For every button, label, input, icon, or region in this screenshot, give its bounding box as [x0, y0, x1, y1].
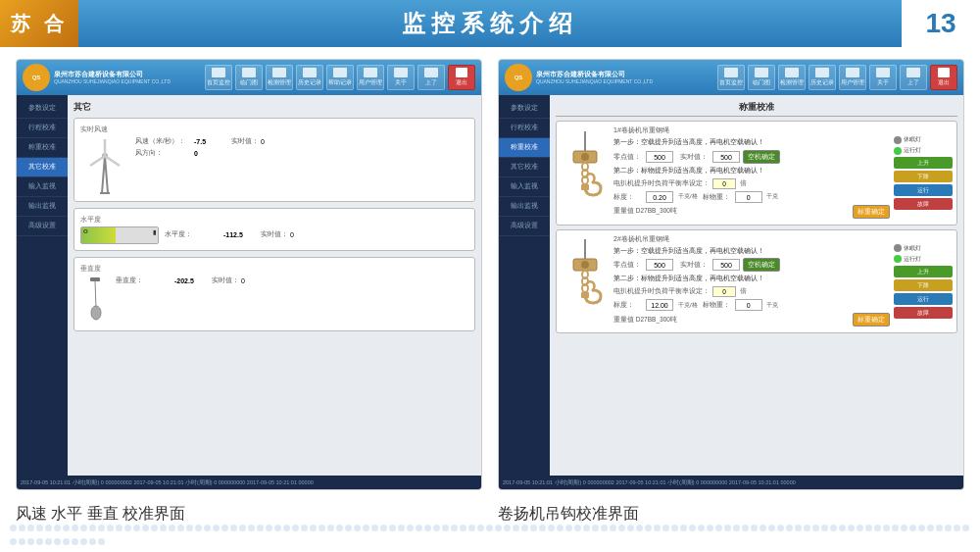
angle-title: 垂直度: [80, 264, 468, 274]
sidebar-weight[interactable]: 称重校准: [17, 138, 68, 158]
sidebar-other[interactable]: 其它校准: [17, 158, 68, 177]
r-sidebar-input[interactable]: 输入监视: [499, 177, 550, 197]
crane2-weight-val[interactable]: 12.00: [646, 299, 673, 311]
crane2-content: 2#卷扬机吊重钢绳 第一步：空载提升到适当高度，再电机空载确认！ 零点值： 50…: [613, 234, 890, 329]
right-panel-topbar: QS 泉州市苏合建桥设备有限公司 QUANZHOU SUHEJIANQIAO E…: [499, 60, 963, 95]
right-panel-body: 参数设定 行程校准 称重校准 其它校准 输入监视 输出监视 高级设置 称重校准: [499, 95, 963, 476]
nav-btn-6[interactable]: 用户管理: [357, 65, 384, 90]
r-sidebar-weight[interactable]: 称重校准: [499, 138, 550, 158]
r-sidebar-other[interactable]: 其它校准: [499, 158, 550, 177]
nav-btn-4[interactable]: 历史记录: [296, 65, 323, 90]
crane2-full-val[interactable]: 500: [712, 259, 740, 271]
r-nav-btn-7[interactable]: 上了: [900, 65, 927, 90]
sidebar-params[interactable]: 参数设定: [17, 99, 68, 119]
crane1-up-btn[interactable]: 上升: [894, 157, 953, 169]
water-level-value: -112.5: [223, 231, 253, 238]
left-panel: QS 泉州市苏合建桥设备有限公司 QUANZHOU SUHEJIANQIAO E…: [16, 59, 482, 490]
crane2-calibrate-btn[interactable]: 标重确定: [853, 313, 890, 326]
sidebar-output[interactable]: 输出监视: [17, 197, 68, 217]
crane1-title: 1#卷扬机吊重钢绳: [613, 125, 890, 135]
right-panel: QS 泉州市苏合建桥设备有限公司 QUANZHOU SUHEJIANQIAO E…: [498, 59, 964, 490]
r-nav-btn-1[interactable]: 首页监控: [717, 65, 745, 90]
r-sidebar-travel[interactable]: 行程校准: [499, 119, 550, 138]
wind-title: 实时风速: [80, 125, 468, 134]
crane2-section: 2#卷扬机吊重钢绳 第一步：空载提升到适当高度，再电机空载确认！ 零点值： 50…: [556, 229, 957, 334]
left-statusbar: 2017-09-05 10:21:01 小时(周期) 0 000000002 2…: [17, 476, 481, 489]
crane1-hook-image: [561, 125, 610, 221]
svg-line-5: [90, 156, 105, 166]
left-nav-icons: 首页监控 临门图 检测管理 历史记录 帮助记录: [205, 65, 475, 90]
r-nav-btn-5[interactable]: 用户管理: [839, 65, 866, 90]
svg-rect-23: [581, 292, 589, 298]
crane1-full-val[interactable]: 500: [712, 151, 740, 163]
crane2-calib-val[interactable]: 0: [735, 299, 762, 311]
left-panel-body: 参数设定 行程校准 称重校准 其它校准 输入监视 输出监视 高级设置 其它 实时…: [17, 95, 481, 476]
wind-speed-label: 风速（米/秒）：: [135, 136, 194, 146]
wind-section: 实时风速: [74, 118, 475, 202]
r-nav-btn-exit[interactable]: 退出: [930, 65, 957, 90]
page-title: 监控系统介绍: [78, 8, 902, 39]
crane2-zero-val[interactable]: 500: [646, 259, 673, 271]
svg-line-6: [105, 156, 120, 166]
svg-rect-9: [90, 277, 100, 281]
crane1-calibrate-btn[interactable]: 标重确定: [853, 205, 890, 219]
crane1-calib-val[interactable]: 0: [735, 191, 762, 203]
left-main-area: 其它 实时风速: [68, 95, 481, 476]
wind-data: 风速（米/秒）： -7.5 实时值： 0 风方向： 0: [135, 136, 468, 160]
crane2-up-btn[interactable]: 上升: [894, 266, 953, 277]
r-sidebar-output[interactable]: 输出监视: [499, 197, 550, 217]
r-nav-btn-2[interactable]: 临门图: [748, 65, 775, 90]
crane2-weight-row: 标度： 12.00 千克/格 标物重： 0 千克: [613, 299, 890, 311]
crane2-motor-row: 电扒机提升时负荷平衡率设定： 0 倍: [613, 286, 890, 297]
svg-line-1: [105, 156, 108, 193]
nav-btn-3[interactable]: 检测管理: [266, 65, 293, 90]
crane2-motor-val[interactable]: 0: [712, 286, 736, 297]
crane2-confirm-btn[interactable]: 空机确定: [743, 258, 780, 272]
svg-line-7: [95, 280, 96, 310]
crane1-confirm-btn[interactable]: 空机确定: [743, 150, 780, 164]
r-sidebar-params[interactable]: 参数设定: [499, 99, 550, 119]
crane1-run-btn[interactable]: 运行: [894, 184, 953, 196]
sidebar-advanced[interactable]: 高级设置: [17, 217, 68, 236]
water-level-bar: O ▮: [80, 226, 159, 244]
right-statusbar: 2017-09-05 10:21:01 小时(周期) 0 000000002 2…: [499, 476, 963, 489]
sidebar-travel[interactable]: 行程校准: [17, 119, 68, 138]
crane2-off-light-row: 休眠灯: [894, 244, 953, 253]
crane1-fault-btn[interactable]: 故障: [894, 198, 953, 210]
crane2-indicators: 休眠灯 运行灯 上升 下降 运行 故障: [894, 234, 953, 329]
svg-rect-16: [581, 184, 589, 190]
left-section-title: 其它: [74, 101, 475, 114]
crane2-fault-btn[interactable]: 故障: [894, 307, 953, 319]
crane1-motor-val[interactable]: 0: [712, 178, 736, 189]
crane1-zero-row: 零点值： 500 实对值： 500 空机确定: [613, 150, 890, 164]
crane1-zero-val[interactable]: 500: [646, 151, 673, 163]
crane2-step2: 第二步：标物提升到适当高度，再电机空载确认！: [613, 274, 890, 283]
nav-btn-5[interactable]: 帮助记录: [326, 65, 354, 90]
r-nav-btn-6[interactable]: 关于: [869, 65, 897, 90]
nav-btn-7[interactable]: 关于: [387, 65, 415, 90]
crane1-stop-btn[interactable]: 下降: [894, 171, 953, 182]
crane2-title: 2#卷扬机吊重钢绳: [613, 234, 890, 244]
left-sidebar: 参数设定 行程校准 称重校准 其它校准 输入监视 输出监视 高级设置: [17, 95, 68, 476]
crane2-hook-image: [561, 234, 610, 329]
r-nav-btn-3[interactable]: 检测管理: [778, 65, 806, 90]
r-nav-btn-4[interactable]: 历史记录: [808, 65, 836, 90]
nav-btn-exit[interactable]: 退出: [448, 65, 475, 90]
nav-btn-1[interactable]: 首页监控: [205, 65, 232, 90]
wind-realval-label: 实时值：: [231, 136, 261, 146]
crane2-run-light-row: 运行灯: [894, 255, 953, 264]
crane1-weight-row: 标度： 0.20 千克/格 标物重： 0 千克: [613, 191, 890, 203]
wind-turbine-icon: [80, 136, 129, 195]
crane2-off-light: [894, 244, 902, 252]
crane2-step1: 第一步：空载提升到适当高度，再电机空载确认！: [613, 246, 890, 256]
right-status-text: 2017-09-05 10:21:01 小时(周期) 0 000000002 2…: [503, 479, 796, 486]
dot-pattern: // Generate dots const dotContainer = do…: [0, 523, 980, 552]
r-sidebar-advanced[interactable]: 高级设置: [499, 217, 550, 236]
crane1-content: 1#卷扬机吊重钢绳 第一步：空载提升到适当高度，再电机空载确认！ 零点值： 50…: [613, 125, 890, 221]
crane2-run-btn[interactable]: 运行: [894, 293, 953, 305]
sidebar-input[interactable]: 输入监视: [17, 177, 68, 197]
nav-btn-2[interactable]: 临门图: [235, 65, 263, 90]
crane2-stop-btn[interactable]: 下降: [894, 279, 953, 291]
crane1-weight-val[interactable]: 0.20: [646, 191, 673, 203]
nav-btn-8[interactable]: 上了: [417, 65, 445, 90]
